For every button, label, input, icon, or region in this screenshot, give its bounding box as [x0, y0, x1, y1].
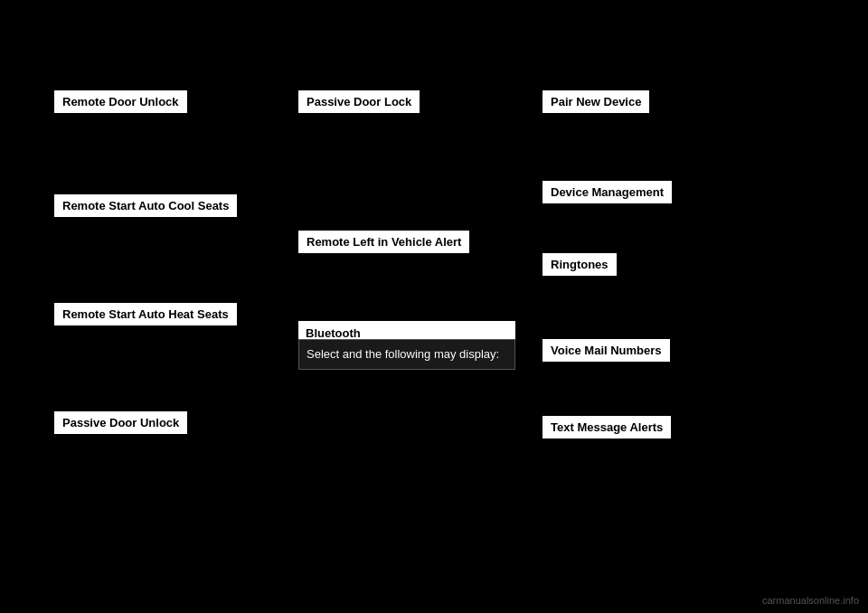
passive-door-lock-item[interactable]: Passive Door Lock [298, 90, 420, 113]
remote-door-unlock-item[interactable]: Remote Door Unlock [54, 90, 187, 113]
passive-door-unlock-item[interactable]: Passive Door Unlock [54, 411, 187, 434]
remote-left-in-vehicle-alert-item[interactable]: Remote Left in Vehicle Alert [298, 231, 469, 253]
remote-start-auto-heat-seats-item[interactable]: Remote Start Auto Heat Seats [54, 303, 237, 325]
bluetooth-header-item[interactable]: Bluetooth [306, 326, 361, 340]
remote-start-auto-cool-seats-item[interactable]: Remote Start Auto Cool Seats [54, 194, 237, 217]
bluetooth-body-text: Select and the following may display: [307, 347, 499, 361]
text-message-alerts-item[interactable]: Text Message Alerts [542, 416, 671, 439]
page: Remote Door Unlock Remote Start Auto Coo… [0, 0, 868, 613]
device-management-item[interactable]: Device Management [542, 181, 672, 203]
watermark: carmanualsonline.info [762, 595, 859, 606]
ringtones-item[interactable]: Ringtones [542, 253, 617, 276]
pair-new-device-item[interactable]: Pair New Device [542, 90, 649, 113]
voice-mail-numbers-item[interactable]: Voice Mail Numbers [542, 339, 670, 362]
